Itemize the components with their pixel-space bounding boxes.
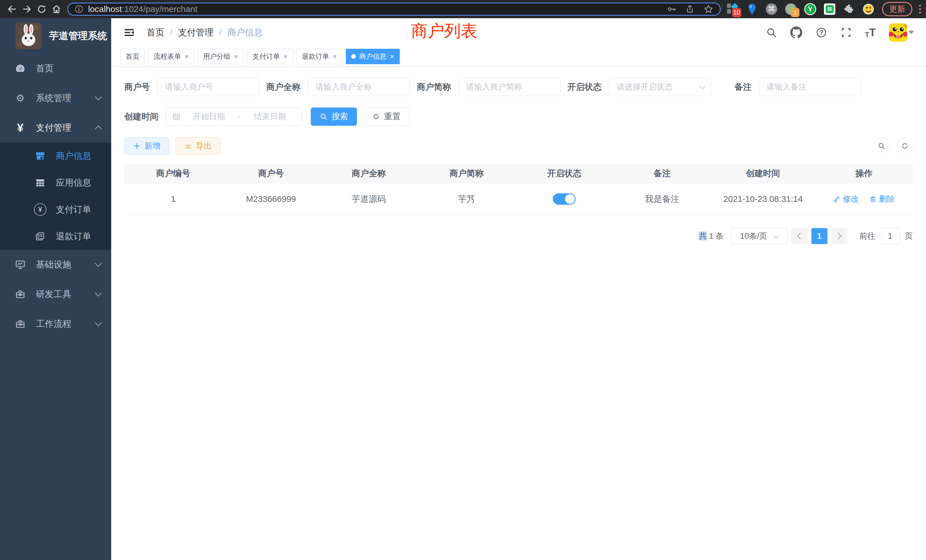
- merchant-no-label: 商户号: [124, 81, 150, 93]
- merchant-table: 商户编号 商户号 商户全称 商户简称 开启状态 备注 创建时间 操作 1 M23…: [124, 164, 913, 215]
- logo-rabbit-image: [15, 23, 42, 49]
- navbar-actions: ? TT: [766, 23, 914, 42]
- cell-full-name: 芋道源码: [320, 183, 418, 215]
- github-icon[interactable]: [790, 27, 802, 38]
- status-label: 开启状态: [567, 81, 602, 93]
- status-select[interactable]: 请选择开启状态: [609, 78, 711, 96]
- goto-page-input[interactable]: [880, 228, 900, 244]
- page-size-select[interactable]: 10条/页: [731, 228, 787, 244]
- col-merchant-no: 商户号: [222, 164, 320, 183]
- sidebar-item-system[interactable]: ⚙ 系统管理: [0, 83, 111, 113]
- table-header-row: 商户编号 商户号 商户全称 商户简称 开启状态 备注 创建时间 操作: [124, 164, 913, 183]
- reset-button[interactable]: 重置: [363, 107, 409, 126]
- close-icon[interactable]: ×: [234, 53, 238, 60]
- extension-command-icon[interactable]: ⌘: [765, 3, 778, 15]
- breadcrumb-current: 商户信息: [227, 27, 263, 38]
- prev-page-button[interactable]: [791, 228, 807, 244]
- table-toolbar: 新增 导出: [124, 137, 913, 155]
- browser-reload-button[interactable]: [34, 2, 49, 17]
- sidebar-item-merchant-info[interactable]: 商户信息: [0, 142, 111, 170]
- filter-row-2: 创建时间 开始日期 - 结束日期 搜索 重置: [124, 107, 913, 126]
- remark-input[interactable]: [759, 78, 861, 96]
- edit-link[interactable]: 修改: [833, 194, 859, 204]
- add-button[interactable]: 新增: [124, 137, 169, 155]
- site-info-icon[interactable]: [74, 5, 83, 14]
- merchant-short-name-input[interactable]: [458, 78, 560, 96]
- url-text: localhost:1024/pay/merchant: [88, 4, 198, 14]
- merchant-full-name-input[interactable]: [308, 78, 410, 96]
- bookmark-star-icon[interactable]: [704, 4, 714, 14]
- shop-icon: [34, 151, 47, 161]
- help-icon[interactable]: ?: [816, 27, 828, 38]
- tab-process-form[interactable]: 流程表单 ×: [148, 49, 194, 64]
- breadcrumb-payment[interactable]: 支付管理: [178, 27, 213, 38]
- avatar[interactable]: [889, 23, 914, 42]
- fullscreen-icon[interactable]: [840, 27, 852, 38]
- show-search-icon[interactable]: [873, 138, 890, 154]
- close-icon[interactable]: ×: [185, 53, 189, 60]
- col-status: 开启状态: [516, 164, 613, 183]
- sidebar-item-pay-order[interactable]: ¥ 支付订单: [0, 196, 111, 223]
- annotation-title: 商户列表: [411, 20, 477, 42]
- cell-merchant-no: M233666999: [222, 183, 320, 215]
- sidebar-item-home[interactable]: 首页: [0, 54, 111, 83]
- merchant-no-input[interactable]: [157, 78, 259, 96]
- tab-home[interactable]: 首页: [120, 49, 145, 64]
- app-logo[interactable]: 芋道管理系统: [0, 18, 111, 54]
- font-size-icon[interactable]: TT: [865, 27, 876, 39]
- chevron-up-icon: [95, 126, 102, 133]
- status-toggle[interactable]: [553, 193, 576, 205]
- chevron-down-icon: [95, 319, 102, 326]
- close-icon[interactable]: ×: [283, 53, 287, 60]
- browser-back-button[interactable]: [5, 2, 20, 17]
- search-button[interactable]: 搜索: [311, 107, 357, 126]
- sidebar-item-app-info[interactable]: 应用信息: [0, 170, 111, 196]
- cell-merchant-id: 1: [124, 183, 222, 215]
- extension-y-icon[interactable]: Y: [804, 3, 817, 15]
- col-create-time: 创建时间: [711, 164, 815, 183]
- tab-refund-order[interactable]: 退款订单 ×: [297, 49, 342, 64]
- tab-pay-order[interactable]: 支付订单 ×: [247, 49, 293, 64]
- export-button[interactable]: 导出: [176, 137, 221, 155]
- browser-update-button[interactable]: 更新: [882, 2, 912, 16]
- sidebar-item-infrastructure[interactable]: 基础设施: [0, 250, 111, 279]
- tab-user-group[interactable]: 用户分组 ×: [198, 49, 244, 64]
- yen-circle-icon: ¥: [34, 203, 47, 216]
- extension-pin-icon[interactable]: [746, 3, 758, 15]
- cell-actions: 修改 删除: [815, 183, 913, 215]
- share-icon[interactable]: [685, 4, 695, 14]
- filter-row-1: 商户号 商户全称 商户简称 开启状态 请选择开启状态 备注: [124, 78, 913, 96]
- page-number-1[interactable]: 1: [811, 228, 828, 244]
- browser-home-button[interactable]: [49, 2, 64, 17]
- password-key-icon[interactable]: [667, 4, 676, 14]
- tags-view: 首页 流程表单 × 用户分组 × 支付订单 × 退款订单 × 商户信息 ×: [111, 47, 926, 67]
- extension-recorder-icon[interactable]: 1: [785, 3, 797, 15]
- chevron-down-icon: [95, 289, 102, 297]
- close-icon[interactable]: ×: [333, 53, 337, 60]
- extension-notes-icon[interactable]: [823, 3, 836, 15]
- next-page-button[interactable]: [831, 228, 847, 244]
- browser-forward-button[interactable]: [20, 2, 34, 17]
- sidebar-item-workflow[interactable]: 工作流程: [0, 309, 111, 339]
- browser-menu-icon[interactable]: [919, 5, 921, 14]
- extension-devtools-icon[interactable]: 10: [726, 3, 739, 15]
- extension-emoji-icon[interactable]: [862, 3, 875, 15]
- briefcase-icon: [14, 318, 27, 329]
- refresh-table-icon[interactable]: [897, 138, 913, 154]
- sidebar-item-dev-tools[interactable]: 研发工具: [0, 279, 111, 309]
- tab-merchant-info[interactable]: 商户信息 ×: [346, 49, 400, 64]
- extensions-puzzle-icon[interactable]: [843, 3, 855, 15]
- edit-icon: [833, 195, 840, 203]
- create-time-range-picker[interactable]: 开始日期 - 结束日期: [166, 107, 302, 126]
- close-icon[interactable]: ×: [390, 53, 394, 60]
- sidebar-item-payment[interactable]: ¥ 支付管理: [0, 113, 111, 142]
- hamburger-fold-icon[interactable]: [123, 27, 135, 38]
- merchant-short-name-label: 商户简称: [417, 81, 451, 93]
- sidebar-item-refund-order[interactable]: 退款订单: [0, 223, 111, 250]
- col-remark: 备注: [613, 164, 711, 183]
- delete-link[interactable]: 删除: [869, 194, 895, 204]
- address-bar[interactable]: localhost:1024/pay/merchant: [67, 3, 721, 16]
- search-icon[interactable]: [766, 27, 777, 38]
- cell-status: [516, 183, 613, 215]
- breadcrumb-home[interactable]: 首页: [147, 27, 164, 38]
